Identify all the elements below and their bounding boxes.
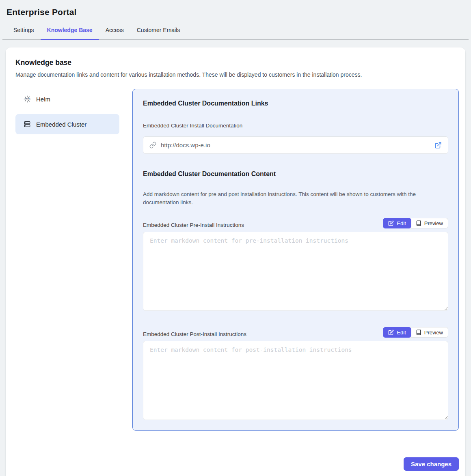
doc-content-heading: Embedded Cluster Documentation Content: [143, 170, 448, 178]
edit-pencil-icon: [388, 330, 394, 335]
doc-content-description: Add markdown content for pre and post in…: [143, 190, 448, 207]
post-install-label: Embedded Cluster Post-Install Instructio…: [143, 331, 246, 338]
sidebar-item-label: Embedded Cluster: [36, 121, 86, 128]
server-stack-icon: [24, 121, 31, 128]
pre-install-label: Embedded Cluster Pre-Install Instruction…: [143, 222, 244, 228]
content-row: HELM Helm Embedded Cluster E: [15, 89, 459, 431]
knowledge-base-card: Knowledge base Manage documentation link…: [6, 47, 465, 476]
svg-text:HELM: HELM: [25, 98, 29, 100]
install-doc-url-input[interactable]: [161, 142, 430, 149]
book-icon: [416, 220, 421, 226]
post-install-markdown-textarea[interactable]: [143, 341, 448, 420]
tab-bar: Settings Knowledge Base Access Customer …: [2, 17, 469, 40]
install-method-list: HELM Helm Embedded Cluster: [15, 89, 119, 139]
save-row: Save changes: [15, 457, 459, 471]
pre-install-label-row: Embedded Cluster Pre-Install Instruction…: [143, 218, 448, 228]
tab-customer-emails[interactable]: Customer Emails: [130, 27, 187, 39]
sidebar-item-embedded-cluster[interactable]: Embedded Cluster: [15, 114, 119, 134]
preview-button-label: Preview: [424, 330, 443, 336]
sidebar-item-helm[interactable]: HELM Helm: [15, 89, 119, 109]
helm-logo-icon: HELM: [24, 95, 31, 103]
embedded-cluster-panel: Embedded Cluster Documentation Links Emb…: [132, 89, 459, 431]
edit-button-label: Edit: [397, 220, 406, 226]
doc-links-heading: Embedded Cluster Documentation Links: [143, 99, 448, 108]
open-external-link-button[interactable]: [434, 142, 442, 149]
post-install-label-row: Embedded Cluster Post-Install Instructio…: [143, 327, 448, 338]
install-doc-label: Embedded Cluster Install Documentation: [143, 122, 448, 129]
app-header: Enterprise Portal: [0, 0, 471, 17]
edit-button-label: Edit: [397, 330, 406, 336]
tab-settings[interactable]: Settings: [7, 27, 41, 39]
pre-install-edit-button[interactable]: Edit: [383, 218, 411, 228]
link-icon: [149, 142, 156, 149]
page-title: Enterprise Portal: [6, 7, 465, 17]
post-install-mode-toggle: Edit Preview: [383, 327, 448, 338]
section-description: Manage documentation links and content f…: [15, 71, 459, 78]
save-changes-button[interactable]: Save changes: [404, 457, 459, 471]
pre-install-preview-button[interactable]: Preview: [410, 218, 448, 228]
pre-install-markdown-textarea[interactable]: [143, 232, 448, 311]
section-title: Knowledge base: [15, 58, 459, 67]
tab-knowledge-base[interactable]: Knowledge Base: [41, 27, 99, 39]
preview-button-label: Preview: [424, 220, 443, 226]
post-install-edit-button[interactable]: Edit: [383, 327, 411, 338]
pre-install-mode-toggle: Edit Preview: [383, 218, 448, 228]
post-install-preview-button[interactable]: Preview: [410, 327, 448, 338]
edit-pencil-icon: [388, 220, 394, 226]
book-icon: [416, 330, 421, 335]
sidebar-item-label: Helm: [36, 96, 50, 103]
install-doc-url-field: [143, 136, 448, 154]
tab-access[interactable]: Access: [99, 27, 130, 39]
